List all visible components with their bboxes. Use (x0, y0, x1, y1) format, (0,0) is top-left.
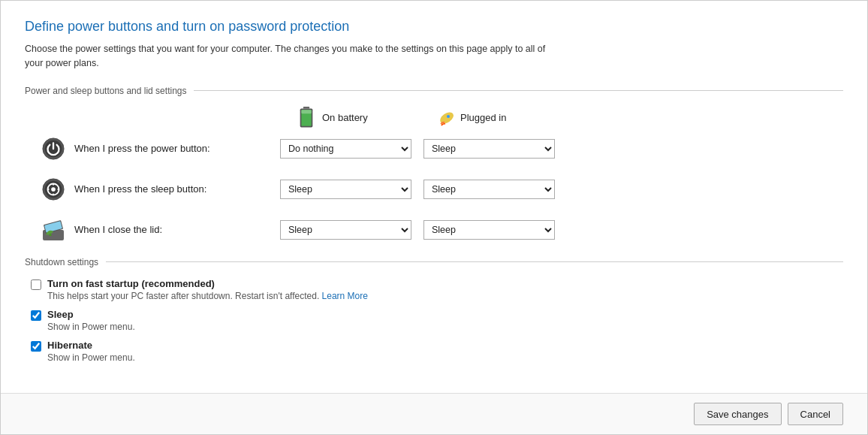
cancel-button[interactable]: Cancel (788, 403, 843, 425)
fast-startup-desc: This helps start your PC faster after sh… (47, 291, 368, 301)
power-button-icon (42, 137, 65, 160)
sleep-button-icon (42, 178, 65, 201)
plugged-column-label: Plugged in (460, 112, 506, 123)
page-title: Define power buttons and turn on passwor… (25, 19, 843, 35)
power-buttons-section-header: Power and sleep buttons and lid settings (25, 86, 843, 96)
hibernate-content: Hibernate Show in Power menu. (47, 340, 135, 363)
lid-plugged-select[interactable]: Sleep Do nothing Hibernate Shut down Tur… (423, 220, 555, 240)
shutdown-section: Shutdown settings Turn on fast startup (… (25, 257, 843, 363)
plugged-icon (438, 109, 456, 127)
sleep-button-row: When I press the sleep button: Sleep Do … (40, 176, 843, 203)
power-buttons-divider (194, 90, 843, 91)
fast-startup-label[interactable]: Turn on fast startup (recommended) (47, 278, 215, 289)
svg-rect-3 (301, 110, 311, 113)
main-window: Define power buttons and turn on passwor… (0, 0, 868, 435)
sleep-button-icon-container (40, 176, 67, 203)
lid-row: When I close the lid: Sleep Do nothing H… (40, 216, 843, 243)
svg-point-12 (51, 187, 56, 192)
shutdown-section-header: Shutdown settings (25, 257, 843, 267)
columns-header: On battery Plugged in (55, 107, 843, 129)
sleep-row: Sleep Show in Power menu. (31, 309, 843, 332)
shutdown-section-label: Shutdown settings (25, 257, 98, 267)
power-button-label: When I press the power button: (74, 143, 280, 154)
plugged-column-header: Plugged in (438, 109, 580, 127)
hibernate-title: Hibernate (47, 340, 135, 351)
hibernate-desc: Show in Power menu. (47, 352, 135, 363)
page-description: Choose the power settings that you want … (25, 42, 550, 71)
sleep-button-label: When I press the sleep button: (74, 183, 280, 195)
lid-battery-select[interactable]: Sleep Do nothing Hibernate Shut down Tur… (280, 220, 411, 240)
battery-icon (295, 107, 318, 129)
sleep-content: Sleep Show in Power menu. (47, 309, 135, 332)
power-buttons-section-label: Power and sleep buttons and lid settings (25, 86, 186, 96)
sleep-button-battery-select[interactable]: Sleep Do nothing Hibernate Shut down Tur… (280, 180, 411, 199)
sleep-button-plugged-select[interactable]: Sleep Do nothing Hibernate Shut down Tur… (423, 180, 555, 199)
content-area: Define power buttons and turn on passwor… (1, 1, 867, 393)
hibernate-row: Hibernate Show in Power menu. (31, 340, 843, 363)
svg-point-6 (447, 115, 450, 118)
learn-more-link[interactable]: Learn More (322, 291, 368, 301)
sleep-checkbox[interactable] (31, 310, 41, 321)
hibernate-checkbox[interactable] (31, 341, 41, 352)
sleep-label[interactable]: Sleep (47, 309, 74, 320)
fast-startup-checkbox[interactable] (31, 279, 41, 290)
battery-column-header: On battery (295, 107, 438, 129)
footer: Save changes Cancel (1, 393, 867, 434)
shutdown-divider (106, 261, 843, 262)
lid-icon (40, 216, 67, 243)
svg-rect-0 (303, 107, 309, 109)
sleep-desc: Show in Power menu. (47, 322, 135, 332)
fast-startup-content: Turn on fast startup (recommended) This … (47, 278, 368, 301)
power-button-battery-select[interactable]: Do nothing Sleep Hibernate Shut down Tur… (280, 139, 411, 159)
hibernate-label[interactable]: Hibernate (47, 340, 92, 351)
battery-column-label: On battery (322, 112, 368, 123)
fast-startup-row: Turn on fast startup (recommended) This … (31, 278, 843, 301)
power-button-plugged-select[interactable]: Sleep Do nothing Hibernate Shut down Tur… (423, 139, 555, 159)
lid-icon-container (40, 216, 67, 243)
power-button-row: When I press the power button: Do nothin… (40, 135, 843, 162)
save-changes-button[interactable]: Save changes (694, 403, 781, 425)
sleep-title: Sleep (47, 309, 135, 320)
lid-label: When I close the lid: (74, 224, 280, 235)
fast-startup-title: Turn on fast startup (recommended) (47, 278, 368, 289)
power-button-icon-container (40, 135, 67, 162)
